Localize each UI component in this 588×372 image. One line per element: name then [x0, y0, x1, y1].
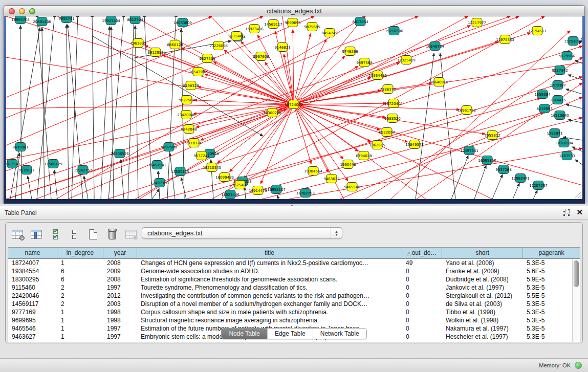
graph-node[interactable]: 12194511 — [528, 27, 547, 35]
table-cell[interactable]: 1 — [57, 316, 103, 324]
graph-node[interactable]: 1588520 — [384, 114, 400, 123]
table-cell[interactable]: 6 — [57, 275, 103, 283]
table-cell[interactable]: 0 — [402, 275, 442, 283]
table-cell[interactable]: 1998 — [103, 316, 137, 324]
table-cell[interactable]: 5.3E-5 — [523, 316, 572, 324]
table-cell[interactable]: 49 — [402, 259, 442, 267]
table-cell[interactable]: Tibbo et al. (1998) — [442, 308, 523, 316]
scrollbar-thumb[interactable] — [574, 260, 579, 287]
table-cell[interactable]: 9699695 — [8, 316, 57, 324]
graph-node[interactable]: 9139117 — [18, 166, 34, 174]
graph-node[interactable]: 9146821 — [274, 43, 290, 52]
table-row[interactable]: 1872400712008Changes of HCN gene express… — [8, 259, 572, 267]
graph-node[interactable]: 16543982 — [189, 68, 207, 76]
table-cell[interactable]: 9777169 — [8, 308, 57, 316]
graph-node[interactable]: 20691406 — [33, 17, 51, 26]
table-cell[interactable]: 5.3E-5 — [523, 308, 572, 316]
table-cell[interactable]: Dudbridge et al. (2008) — [442, 275, 523, 283]
graph-node[interactable]: 16099489 — [215, 173, 234, 182]
table-cell[interactable]: Franke et al. (2009) — [442, 267, 523, 275]
graph-node[interactable]: 8435061 — [12, 143, 28, 151]
table-cell[interactable]: 1 — [57, 308, 103, 316]
table-cell[interactable]: Jankovic et al. (1997) — [442, 283, 523, 292]
table-cell[interactable]: 6 — [57, 267, 103, 275]
graph-node[interactable]: 16095810 — [478, 156, 496, 165]
table-cell[interactable]: 5.6E-5 — [523, 267, 572, 275]
column-checklist-button[interactable] — [49, 228, 62, 241]
table-row[interactable]: 969969511998Structural magnetic resonanc… — [8, 316, 572, 324]
table-row[interactable]: 977716911998Corpus callosum shape and si… — [8, 308, 572, 316]
graph-node[interactable]: 7386372 — [380, 85, 396, 94]
graph-node[interactable]: 23226058 — [209, 41, 228, 50]
table-cell[interactable]: 5.5E-5 — [523, 292, 572, 300]
graph-node[interactable]: 1167533 — [559, 151, 575, 160]
graph-node[interactable]: 9827505 — [199, 54, 215, 63]
table-cell[interactable]: 0 — [402, 283, 442, 292]
graph-node[interactable]: 16914479 — [249, 186, 267, 195]
window-titlebar[interactable]: citations_edges.txt — [4, 5, 585, 16]
table-cell[interactable]: Disruption of a novel member of a sodium… — [137, 300, 402, 308]
graph-node[interactable]: 1559384 — [534, 90, 551, 99]
close-panel-icon[interactable]: ✕ — [576, 209, 583, 215]
table-cell[interactable]: 0 — [402, 292, 442, 300]
row-options-button[interactable] — [68, 228, 81, 241]
column-header-name[interactable]: name — [8, 248, 57, 258]
table-cell[interactable]: 2009 — [103, 267, 137, 275]
graph-node[interactable]: 12092471 — [511, 174, 530, 183]
float-panel-icon[interactable] — [563, 209, 570, 215]
table-cell[interactable]: Tourette syndrome. Phenomenology and cla… — [137, 283, 402, 292]
graph-node[interactable]: 9465546 — [344, 183, 360, 191]
graph-node[interactable]: 8612304 — [127, 16, 143, 24]
graph-node[interactable]: 16961758 — [458, 106, 476, 115]
table-cell[interactable]: 5.3E-5 — [523, 300, 572, 308]
graph-node[interactable]: 15942757 — [74, 166, 92, 174]
graph-node[interactable]: 11568129 — [44, 160, 62, 168]
graph-node[interactable]: 15849577 — [405, 140, 424, 149]
table-cell[interactable]: Corpus callosum shape and size in male p… — [137, 308, 402, 316]
table-cell[interactable]: 1997 — [103, 283, 137, 292]
table-cell[interactable]: 0 — [402, 267, 442, 275]
graph-node[interactable]: 15751074 — [564, 37, 582, 46]
graph-node[interactable]: 8860128 — [167, 40, 183, 49]
graph-node[interactable]: 7955812 — [484, 131, 500, 140]
graph-node[interactable]: 9227342 — [552, 66, 568, 75]
resize-grip[interactable] — [573, 190, 581, 198]
graph-node[interactable]: 11207297 — [529, 181, 548, 190]
column-header-title[interactable]: title — [137, 248, 402, 258]
table-cell[interactable]: Genome-wide association studies in ADHD. — [137, 267, 402, 275]
new-column-button[interactable] — [86, 228, 100, 241]
table-mode-button[interactable] — [11, 228, 24, 241]
memory-indicator-icon[interactable] — [575, 362, 582, 369]
graph-node[interactable]: 8454749 — [321, 29, 337, 37]
graph-node[interactable]: 9699695 — [285, 18, 300, 27]
table-row[interactable]: 911546021997Tourette syndrome. Phenomeno… — [8, 283, 572, 292]
table-row[interactable]: 1938455462009Genome-wide association stu… — [8, 267, 572, 275]
graph-node[interactable]: 7963822 — [130, 39, 146, 48]
table-cell[interactable]: 9115460 — [8, 283, 57, 292]
graph-node[interactable]: 9463627 — [323, 174, 339, 183]
table-cell[interactable]: Yano et al. (2008) — [442, 259, 523, 267]
tab-node-table[interactable]: Node Table — [222, 329, 268, 339]
table-cell[interactable]: 5.3E-5 — [523, 259, 572, 267]
column-header-in_degree[interactable]: in_degree — [57, 248, 103, 258]
table-cell[interactable]: 1 — [57, 259, 103, 267]
graph-node[interactable]: 9746266 — [342, 47, 358, 56]
table-cell[interactable]: 0 — [402, 300, 442, 308]
graph-node[interactable]: 20206576 — [111, 149, 129, 158]
table-cell[interactable]: 18724007 — [8, 259, 57, 267]
table-cell[interactable]: 2012 — [103, 292, 137, 300]
table-cell[interactable]: Structural magnetic resonance image aver… — [137, 316, 402, 324]
table-cell[interactable]: 0 — [402, 316, 442, 324]
graph-node[interactable]: 1244415 — [550, 96, 565, 104]
graph-node[interactable]: 16720404 — [384, 99, 403, 108]
graph-node[interactable]: 1292971 — [547, 129, 562, 138]
network-canvas[interactable]: 1695570420691406905574115923404861230416… — [6, 16, 582, 199]
graph-node[interactable]: 17016504 — [555, 139, 573, 147]
table-cell[interactable]: 2008 — [103, 275, 137, 283]
graph-node[interactable]: 9497568 — [356, 58, 372, 67]
table-cell[interactable]: Investigating the contribution of common… — [137, 292, 402, 300]
graph-node[interactable]: 9875685 — [304, 23, 320, 31]
tab-network-table[interactable]: Network Table — [313, 329, 366, 339]
graph-node[interactable]: 11923446 — [221, 190, 239, 199]
table-cell[interactable]: 1998 — [103, 308, 137, 316]
